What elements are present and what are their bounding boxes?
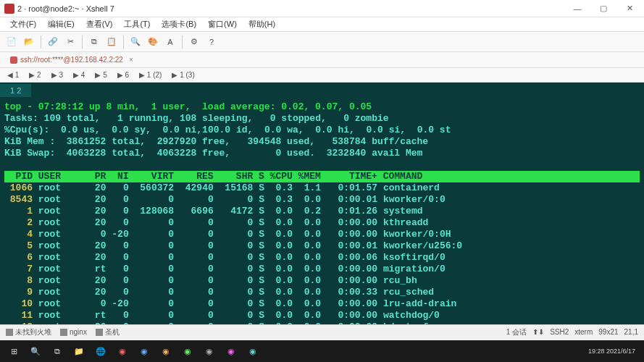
menu-item[interactable]: 文件(F): [4, 17, 42, 31]
toolbar: 📄 📂 🔗 ✂ ⧉ 📋 🔍 🎨 A ⚙ ?: [0, 32, 644, 52]
window-title: 2 · root@node2:~ · Xshell 7: [17, 4, 567, 13]
app4-icon[interactable]: ◉: [178, 342, 197, 361]
status-tab[interactable]: 圣机: [96, 327, 120, 337]
app-icon: [4, 4, 14, 14]
app3-icon[interactable]: ◉: [156, 342, 175, 361]
app7-icon[interactable]: ◉: [243, 342, 262, 361]
taskbar-clock[interactable]: 19:28 2021/6/17: [588, 348, 640, 355]
minimize-button[interactable]: —: [567, 1, 587, 16]
pane-tab[interactable]: ▶ 1 (2): [136, 70, 164, 80]
font-icon[interactable]: A: [163, 35, 177, 49]
terminal-tab[interactable]: 1 2: [0, 84, 31, 97]
status-tab-icon: [96, 329, 103, 336]
color-icon[interactable]: 🎨: [146, 35, 160, 49]
status-size: 99x21: [598, 328, 618, 336]
search-icon[interactable]: 🔍: [128, 35, 143, 49]
pane-tab[interactable]: ▶ 2: [26, 70, 43, 80]
pane-tab[interactable]: ▶ 1 (3): [169, 70, 197, 80]
status-ssh2: SSH2: [550, 328, 569, 336]
app1-icon[interactable]: ◉: [113, 342, 132, 361]
open-icon[interactable]: 📂: [22, 35, 36, 49]
status-sessions: 1 会话: [506, 327, 527, 337]
session-tab-row: ssh://root:****@192.168.42.2:22 ×: [0, 52, 644, 68]
taskview-icon[interactable]: ⧉: [48, 342, 67, 361]
copy-icon[interactable]: ⧉: [87, 35, 101, 49]
disconnect-icon[interactable]: ✂: [63, 35, 78, 49]
search-taskbar-icon[interactable]: 🔍: [26, 342, 45, 361]
session-close-icon[interactable]: ×: [129, 56, 133, 64]
pane-tab[interactable]: ◀ 1: [4, 70, 22, 80]
app5-icon[interactable]: ◉: [200, 342, 219, 361]
status-term: xterm: [574, 328, 593, 336]
pane-tab[interactable]: ▶ 3: [49, 70, 66, 80]
pane-tab[interactable]: ▶ 4: [70, 70, 88, 80]
close-button[interactable]: ✕: [619, 1, 640, 16]
pane-tab[interactable]: ▶ 6: [114, 70, 132, 80]
statusbar: 未找到火堆nginx圣机 1 会话 ⬆⬇ SSH2 xterm 99x21 21…: [0, 324, 644, 339]
new-session-icon[interactable]: 📄: [4, 35, 19, 49]
app6-icon[interactable]: ◉: [222, 342, 241, 361]
session-icon: [10, 56, 17, 64]
session-label: ssh://root:****@192.168.42.2:22: [20, 56, 123, 64]
explorer-icon[interactable]: 📁: [70, 342, 88, 361]
paste-icon[interactable]: 📋: [104, 35, 119, 49]
menu-item[interactable]: 窗口(W): [202, 17, 243, 31]
terminal-tab-row: 1 2: [0, 83, 644, 98]
status-tab[interactable]: nginx: [60, 327, 87, 337]
pane-tab[interactable]: ▶ 5: [92, 70, 109, 80]
menu-item[interactable]: 编辑(E): [42, 17, 80, 31]
menu-item[interactable]: 选项卡(B): [156, 17, 202, 31]
settings-icon[interactable]: ⚙: [187, 35, 201, 49]
pane-tabs: ◀ 1▶ 2▶ 3▶ 4▶ 5▶ 6▶ 1 (2)▶ 1 (3): [0, 68, 644, 83]
start-icon[interactable]: ⊞: [4, 342, 23, 361]
help-icon[interactable]: ?: [204, 35, 219, 49]
app2-icon[interactable]: ◉: [135, 342, 154, 361]
maximize-button[interactable]: ▢: [593, 1, 614, 16]
status-tab[interactable]: 未找到火堆: [6, 327, 51, 337]
taskbar: ⊞ 🔍 ⧉ 📁 🌐 ◉ ◉ ◉ ◉ ◉ ◉ ◉ 19:28 2021/6/17: [0, 340, 644, 362]
connect-icon[interactable]: 🔗: [46, 35, 60, 49]
status-tab-icon: [6, 329, 13, 336]
status-tab-icon: [60, 329, 67, 336]
menu-item[interactable]: 帮助(H): [243, 17, 281, 31]
menubar: 文件(F)编辑(E)查看(V)工具(T)选项卡(B)窗口(W)帮助(H): [0, 17, 644, 32]
session-tab[interactable]: ssh://root:****@192.168.42.2:22 ×: [4, 54, 139, 65]
titlebar: 2 · root@node2:~ · Xshell 7 — ▢ ✕: [0, 0, 644, 17]
terminal[interactable]: top - 07:28:12 up 8 min, 1 user, load av…: [0, 98, 644, 324]
edge-icon[interactable]: 🌐: [91, 342, 110, 361]
status-pos: 21,1: [624, 328, 638, 336]
menu-item[interactable]: 查看(V): [80, 17, 119, 31]
menu-item[interactable]: 工具(T): [118, 17, 156, 31]
